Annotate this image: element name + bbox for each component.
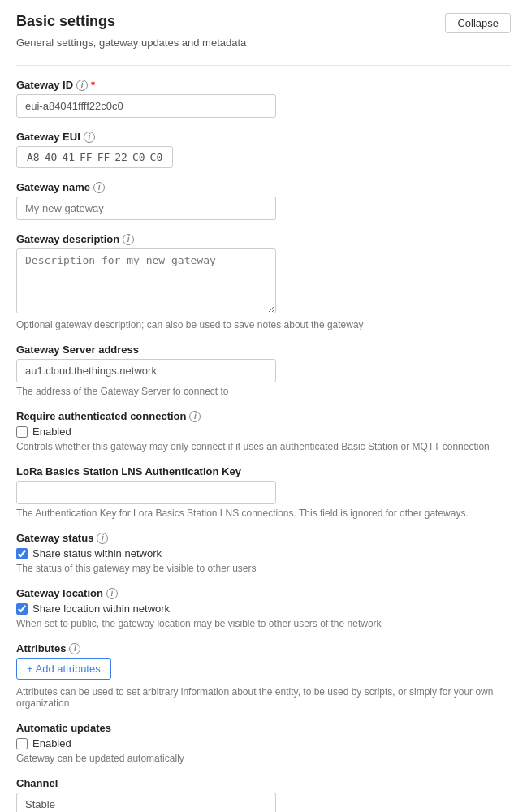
gateway-id-section: Gateway ID i * — [16, 79, 511, 118]
gateway-location-label: Gateway location i — [16, 587, 511, 599]
collapse-button[interactable]: Collapse — [445, 13, 511, 33]
require-auth-info-icon[interactable]: i — [189, 411, 201, 422]
automatic-updates-checkbox[interactable] — [16, 738, 28, 749]
page-subtitle: General settings, gateway updates and me… — [16, 37, 511, 49]
automatic-updates-label: Automatic updates — [16, 722, 511, 734]
gateway-server-address-section: Gateway Server address The address of th… — [16, 343, 511, 397]
lora-auth-key-hint: The Authentication Key for Lora Basics S… — [16, 508, 511, 519]
gateway-status-checkbox-row: Share status within network — [16, 547, 511, 559]
automatic-updates-hint: Gateway can be updated automatically — [16, 753, 511, 764]
page-header: Basic settings Collapse — [16, 13, 511, 33]
lora-auth-key-input[interactable] — [16, 481, 276, 504]
eui-byte: 22 — [113, 151, 129, 163]
gateway-name-label: Gateway name i — [16, 181, 511, 193]
channel-label: Channel — [16, 777, 511, 789]
add-attributes-button[interactable]: + Add attributes — [16, 658, 111, 680]
gateway-id-label: Gateway ID i * — [16, 79, 511, 91]
eui-byte: FF — [78, 151, 94, 163]
automatic-updates-checkbox-row: Enabled — [16, 737, 511, 749]
lora-auth-key-label: LoRa Basics Station LNS Authentication K… — [16, 465, 511, 477]
eui-byte: C0 — [149, 151, 165, 163]
gateway-description-info-icon[interactable]: i — [123, 234, 134, 245]
attributes-info-icon[interactable]: i — [69, 643, 80, 654]
eui-byte: A8 — [25, 151, 41, 163]
eui-byte: 40 — [43, 151, 59, 163]
gateway-server-address-label: Gateway Server address — [16, 343, 511, 356]
channel-input[interactable] — [16, 793, 276, 812]
eui-byte: FF — [96, 151, 112, 163]
require-auth-checkbox[interactable] — [16, 426, 28, 438]
gateway-name-info-icon[interactable]: i — [93, 182, 105, 193]
gateway-id-input[interactable] — [16, 94, 276, 118]
gateway-description-hint: Optional gateway description; can also b… — [16, 319, 511, 330]
page-title: Basic settings — [16, 13, 115, 30]
gateway-status-checkbox[interactable] — [16, 548, 28, 559]
gateway-location-checkbox-row: Share location within network — [16, 603, 511, 615]
gateway-eui-section: Gateway EUI i A84041FFFF22C0C0 — [16, 131, 511, 168]
attributes-label: Attributes i — [16, 642, 511, 654]
gateway-server-address-hint: The address of the Gateway Server to con… — [16, 386, 511, 397]
eui-byte: 41 — [60, 151, 76, 163]
gateway-location-hint: When set to public, the gateway location… — [16, 618, 511, 629]
gateway-description-label: Gateway description i — [16, 233, 511, 245]
gateway-status-section: Gateway status i Share status within net… — [16, 532, 511, 574]
gateway-id-required: * — [91, 79, 95, 91]
gateway-id-info-icon[interactable]: i — [76, 80, 88, 91]
automatic-updates-section: Automatic updates Enabled Gateway can be… — [16, 722, 511, 764]
channel-section: Channel Channel for gateway automatic up… — [16, 777, 511, 812]
require-auth-section: Require authenticated connection i Enabl… — [16, 410, 511, 452]
gateway-name-input[interactable] — [16, 197, 276, 220]
attributes-section: Attributes i + Add attributes Attributes… — [16, 642, 511, 709]
gateway-eui-info-icon[interactable]: i — [84, 132, 95, 143]
attributes-hint: Attributes can be used to set arbitrary … — [16, 686, 511, 709]
gateway-server-address-input[interactable] — [16, 359, 276, 382]
gateway-location-checkbox-label[interactable]: Share location within network — [32, 603, 170, 615]
gateway-description-section: Gateway description i Optional gateway d… — [16, 233, 511, 330]
gateway-location-section: Gateway location i Share location within… — [16, 587, 511, 629]
gateway-description-textarea[interactable] — [16, 248, 276, 313]
gateway-eui-display: A84041FFFF22C0C0 — [16, 146, 173, 168]
gateway-status-label: Gateway status i — [16, 532, 511, 544]
gateway-eui-label: Gateway EUI i — [16, 131, 511, 143]
gateway-location-checkbox[interactable] — [16, 603, 28, 615]
require-auth-checkbox-row: Enabled — [16, 425, 511, 438]
gateway-status-hint: The status of this gateway may be visibl… — [16, 563, 511, 574]
gateway-status-checkbox-label[interactable]: Share status within network — [32, 547, 162, 559]
require-auth-checkbox-label[interactable]: Enabled — [32, 425, 71, 438]
require-auth-hint: Controls whether this gateway may only c… — [16, 441, 511, 452]
automatic-updates-checkbox-label[interactable]: Enabled — [32, 737, 71, 749]
require-auth-label: Require authenticated connection i — [16, 410, 511, 422]
gateway-name-section: Gateway name i — [16, 181, 511, 220]
lora-auth-key-section: LoRa Basics Station LNS Authentication K… — [16, 465, 511, 519]
gateway-location-info-icon[interactable]: i — [106, 588, 118, 599]
gateway-status-info-icon[interactable]: i — [97, 533, 108, 544]
eui-byte: C0 — [131, 151, 147, 163]
